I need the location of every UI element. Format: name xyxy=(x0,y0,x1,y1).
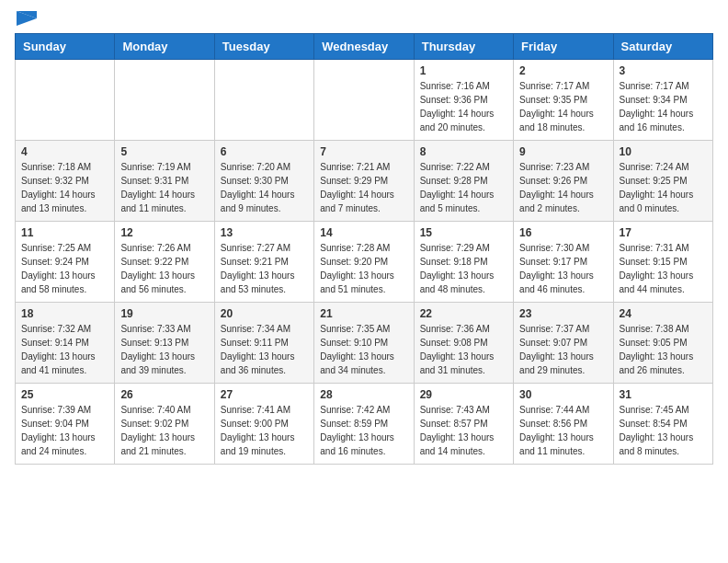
calendar-cell: 22Sunrise: 7:36 AM Sunset: 9:08 PM Dayli… xyxy=(414,303,513,384)
day-info: Sunrise: 7:41 AM Sunset: 9:00 PM Dayligh… xyxy=(221,403,308,458)
day-number: 21 xyxy=(320,307,407,320)
day-info: Sunrise: 7:25 AM Sunset: 9:24 PM Dayligh… xyxy=(21,241,108,296)
day-number: 8 xyxy=(420,145,507,158)
logo-flag-icon xyxy=(17,11,37,26)
calendar-cell: 15Sunrise: 7:29 AM Sunset: 9:18 PM Dayli… xyxy=(414,222,513,303)
calendar-cell xyxy=(214,60,313,141)
calendar-table: SundayMondayTuesdayWednesdayThursdayFrid… xyxy=(15,33,713,465)
calendar-cell: 9Sunrise: 7:23 AM Sunset: 9:26 PM Daylig… xyxy=(514,141,613,222)
calendar-week-row: 11Sunrise: 7:25 AM Sunset: 9:24 PM Dayli… xyxy=(16,222,713,303)
column-header-thursday: Thursday xyxy=(414,34,513,60)
day-number: 25 xyxy=(21,388,108,401)
day-info: Sunrise: 7:31 AM Sunset: 9:15 PM Dayligh… xyxy=(620,241,707,296)
calendar-cell: 28Sunrise: 7:42 AM Sunset: 8:59 PM Dayli… xyxy=(314,384,414,465)
logo xyxy=(15,15,37,26)
day-info: Sunrise: 7:34 AM Sunset: 9:11 PM Dayligh… xyxy=(221,322,308,377)
calendar-cell: 8Sunrise: 7:22 AM Sunset: 9:28 PM Daylig… xyxy=(414,141,513,222)
day-number: 4 xyxy=(21,145,108,158)
calendar-cell: 19Sunrise: 7:33 AM Sunset: 9:13 PM Dayli… xyxy=(115,303,214,384)
day-info: Sunrise: 7:29 AM Sunset: 9:18 PM Dayligh… xyxy=(420,241,507,296)
day-info: Sunrise: 7:17 AM Sunset: 9:35 PM Dayligh… xyxy=(519,79,607,134)
day-number: 14 xyxy=(320,226,407,239)
calendar-cell xyxy=(314,60,414,141)
day-number: 26 xyxy=(120,388,208,401)
day-info: Sunrise: 7:35 AM Sunset: 9:10 PM Dayligh… xyxy=(320,322,407,377)
calendar-cell: 5Sunrise: 7:19 AM Sunset: 9:31 PM Daylig… xyxy=(115,141,214,222)
calendar-cell: 27Sunrise: 7:41 AM Sunset: 9:00 PM Dayli… xyxy=(214,384,313,465)
calendar-cell: 7Sunrise: 7:21 AM Sunset: 9:29 PM Daylig… xyxy=(314,141,414,222)
day-info: Sunrise: 7:37 AM Sunset: 9:07 PM Dayligh… xyxy=(519,322,607,377)
calendar-cell: 18Sunrise: 7:32 AM Sunset: 9:14 PM Dayli… xyxy=(16,303,115,384)
day-info: Sunrise: 7:16 AM Sunset: 9:36 PM Dayligh… xyxy=(420,79,507,134)
calendar-week-row: 1Sunrise: 7:16 AM Sunset: 9:36 PM Daylig… xyxy=(16,60,713,141)
day-info: Sunrise: 7:36 AM Sunset: 9:08 PM Dayligh… xyxy=(420,322,507,377)
day-info: Sunrise: 7:20 AM Sunset: 9:30 PM Dayligh… xyxy=(221,160,308,215)
day-number: 11 xyxy=(21,226,108,239)
day-number: 15 xyxy=(420,226,507,239)
calendar-cell: 24Sunrise: 7:38 AM Sunset: 9:05 PM Dayli… xyxy=(613,303,712,384)
day-number: 22 xyxy=(420,307,507,320)
calendar-cell: 20Sunrise: 7:34 AM Sunset: 9:11 PM Dayli… xyxy=(214,303,313,384)
calendar-cell: 17Sunrise: 7:31 AM Sunset: 9:15 PM Dayli… xyxy=(613,222,712,303)
day-number: 9 xyxy=(519,145,607,158)
day-info: Sunrise: 7:30 AM Sunset: 9:17 PM Dayligh… xyxy=(519,241,607,296)
day-info: Sunrise: 7:28 AM Sunset: 9:20 PM Dayligh… xyxy=(320,241,407,296)
day-number: 16 xyxy=(519,226,607,239)
calendar-cell: 4Sunrise: 7:18 AM Sunset: 9:32 PM Daylig… xyxy=(16,141,115,222)
calendar-cell: 23Sunrise: 7:37 AM Sunset: 9:07 PM Dayli… xyxy=(514,303,613,384)
day-number: 23 xyxy=(519,307,607,320)
day-number: 19 xyxy=(120,307,208,320)
day-number: 31 xyxy=(620,388,707,401)
day-number: 13 xyxy=(221,226,308,239)
calendar-cell: 29Sunrise: 7:43 AM Sunset: 8:57 PM Dayli… xyxy=(414,384,513,465)
day-number: 10 xyxy=(620,145,707,158)
calendar-cell: 16Sunrise: 7:30 AM Sunset: 9:17 PM Dayli… xyxy=(514,222,613,303)
day-info: Sunrise: 7:17 AM Sunset: 9:34 PM Dayligh… xyxy=(620,79,707,134)
day-number: 2 xyxy=(519,64,607,77)
calendar-cell: 10Sunrise: 7:24 AM Sunset: 9:25 PM Dayli… xyxy=(613,141,712,222)
day-number: 17 xyxy=(620,226,707,239)
day-info: Sunrise: 7:18 AM Sunset: 9:32 PM Dayligh… xyxy=(21,160,108,215)
day-number: 30 xyxy=(519,388,607,401)
column-header-wednesday: Wednesday xyxy=(314,34,414,60)
day-info: Sunrise: 7:43 AM Sunset: 8:57 PM Dayligh… xyxy=(420,403,507,458)
day-info: Sunrise: 7:22 AM Sunset: 9:28 PM Dayligh… xyxy=(420,160,507,215)
day-info: Sunrise: 7:40 AM Sunset: 9:02 PM Dayligh… xyxy=(120,403,208,458)
day-info: Sunrise: 7:26 AM Sunset: 9:22 PM Dayligh… xyxy=(120,241,208,296)
day-number: 6 xyxy=(221,145,308,158)
day-info: Sunrise: 7:45 AM Sunset: 8:54 PM Dayligh… xyxy=(620,403,707,458)
day-info: Sunrise: 7:24 AM Sunset: 9:25 PM Dayligh… xyxy=(620,160,707,215)
day-number: 7 xyxy=(320,145,407,158)
day-info: Sunrise: 7:39 AM Sunset: 9:04 PM Dayligh… xyxy=(21,403,108,458)
calendar-cell: 25Sunrise: 7:39 AM Sunset: 9:04 PM Dayli… xyxy=(16,384,115,465)
calendar-cell xyxy=(115,60,214,141)
day-number: 28 xyxy=(320,388,407,401)
day-number: 12 xyxy=(120,226,208,239)
column-header-tuesday: Tuesday xyxy=(214,34,313,60)
calendar-header-row: SundayMondayTuesdayWednesdayThursdayFrid… xyxy=(16,34,713,60)
calendar-week-row: 18Sunrise: 7:32 AM Sunset: 9:14 PM Dayli… xyxy=(16,303,713,384)
calendar-cell: 3Sunrise: 7:17 AM Sunset: 9:34 PM Daylig… xyxy=(613,60,712,141)
calendar-cell xyxy=(16,60,115,141)
day-number: 20 xyxy=(221,307,308,320)
day-info: Sunrise: 7:38 AM Sunset: 9:05 PM Dayligh… xyxy=(620,322,707,377)
day-number: 24 xyxy=(620,307,707,320)
day-info: Sunrise: 7:42 AM Sunset: 8:59 PM Dayligh… xyxy=(320,403,407,458)
day-info: Sunrise: 7:23 AM Sunset: 9:26 PM Dayligh… xyxy=(519,160,607,215)
column-header-monday: Monday xyxy=(115,34,214,60)
column-header-sunday: Sunday xyxy=(16,34,115,60)
calendar-cell: 1Sunrise: 7:16 AM Sunset: 9:36 PM Daylig… xyxy=(414,60,513,141)
day-number: 29 xyxy=(420,388,507,401)
day-number: 1 xyxy=(420,64,507,77)
day-info: Sunrise: 7:21 AM Sunset: 9:29 PM Dayligh… xyxy=(320,160,407,215)
calendar-cell: 21Sunrise: 7:35 AM Sunset: 9:10 PM Dayli… xyxy=(314,303,414,384)
calendar-cell: 31Sunrise: 7:45 AM Sunset: 8:54 PM Dayli… xyxy=(613,384,712,465)
calendar-cell: 13Sunrise: 7:27 AM Sunset: 9:21 PM Dayli… xyxy=(214,222,313,303)
day-info: Sunrise: 7:33 AM Sunset: 9:13 PM Dayligh… xyxy=(120,322,208,377)
calendar-cell: 12Sunrise: 7:26 AM Sunset: 9:22 PM Dayli… xyxy=(115,222,214,303)
day-number: 27 xyxy=(221,388,308,401)
calendar-cell: 6Sunrise: 7:20 AM Sunset: 9:30 PM Daylig… xyxy=(214,141,313,222)
day-info: Sunrise: 7:19 AM Sunset: 9:31 PM Dayligh… xyxy=(120,160,208,215)
day-info: Sunrise: 7:32 AM Sunset: 9:14 PM Dayligh… xyxy=(21,322,108,377)
page-header xyxy=(15,15,713,26)
